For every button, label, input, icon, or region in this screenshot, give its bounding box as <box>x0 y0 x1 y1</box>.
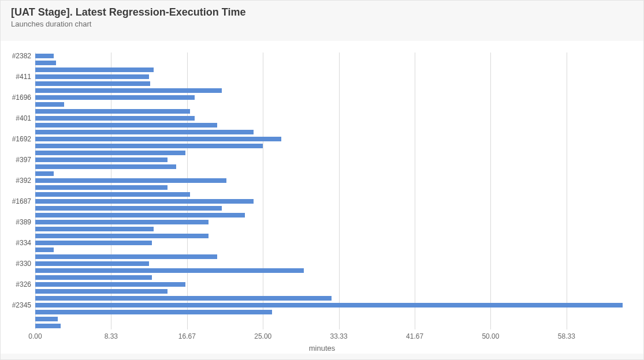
bar[interactable] <box>35 81 150 85</box>
x-tick-label: 58.33 <box>558 332 575 340</box>
bar[interactable] <box>35 234 209 238</box>
bar[interactable] <box>35 164 176 168</box>
bar[interactable] <box>35 254 217 258</box>
bar[interactable] <box>35 303 623 307</box>
bar[interactable] <box>35 95 195 99</box>
gridline <box>111 52 111 329</box>
bar[interactable] <box>35 123 217 127</box>
bar[interactable] <box>35 185 167 189</box>
bar[interactable] <box>35 268 304 272</box>
gridline <box>35 52 36 329</box>
bar[interactable] <box>35 317 58 321</box>
y-tick-label: #326 <box>16 280 31 288</box>
x-tick-label: 33.33 <box>330 332 348 340</box>
bar[interactable] <box>35 282 185 286</box>
y-tick-label: #2345 <box>12 301 31 309</box>
bar[interactable] <box>35 296 332 300</box>
bar[interactable] <box>35 102 64 106</box>
gridline <box>263 52 263 329</box>
y-tick-label: #401 <box>16 114 31 122</box>
gridline <box>490 52 491 329</box>
plot-area <box>35 52 627 329</box>
bar[interactable] <box>35 144 263 148</box>
y-tick-label: #1696 <box>12 93 31 102</box>
bar[interactable] <box>35 227 154 231</box>
y-tick-label: #397 <box>16 156 31 164</box>
bar[interactable] <box>35 220 209 224</box>
y-tick-label: #1692 <box>12 135 31 143</box>
bar[interactable] <box>35 213 245 217</box>
bar[interactable] <box>35 247 54 252</box>
bar[interactable] <box>35 289 167 293</box>
x-tick-label: 50.00 <box>482 332 499 340</box>
x-tick-label: 25.00 <box>254 332 271 340</box>
y-tick-label: #2382 <box>12 52 31 60</box>
bar[interactable] <box>35 137 281 141</box>
panel-title: [UAT Stage]. Latest Regression-Execution… <box>11 6 633 18</box>
bar[interactable] <box>35 324 61 328</box>
bar[interactable] <box>35 109 190 113</box>
x-tick-label: 16.67 <box>178 332 196 340</box>
y-tick-label: #392 <box>16 177 31 185</box>
chart-panel: [UAT Stage]. Latest Regression-Execution… <box>0 0 644 360</box>
gridline <box>567 52 567 329</box>
y-tick-label: #330 <box>16 260 31 268</box>
bar[interactable] <box>35 74 149 78</box>
x-tick-label: 41.67 <box>406 332 423 340</box>
bar[interactable] <box>35 171 54 175</box>
bar[interactable] <box>35 151 185 155</box>
x-axis-title: minutes <box>309 344 336 352</box>
bar[interactable] <box>35 116 195 120</box>
bar[interactable] <box>35 130 254 134</box>
x-tick-label: 0.00 <box>28 332 42 340</box>
y-tick-label: #334 <box>16 239 31 247</box>
y-tick-label: #1687 <box>12 197 31 205</box>
bar[interactable] <box>35 275 152 279</box>
chart-area: minutes 0.008.3316.6725.0033.3341.6750.0… <box>1 41 643 354</box>
bar[interactable] <box>35 54 54 58</box>
bar[interactable] <box>35 261 149 265</box>
bar[interactable] <box>35 88 222 92</box>
bar[interactable] <box>35 61 56 65</box>
gridline <box>415 52 415 329</box>
gridline <box>339 52 340 329</box>
panel-header: [UAT Stage]. Latest Regression-Execution… <box>1 1 643 32</box>
y-tick-label: #411 <box>16 73 31 81</box>
gridline <box>187 52 188 329</box>
bar[interactable] <box>35 68 154 72</box>
bar[interactable] <box>35 158 167 162</box>
bar[interactable] <box>35 178 226 182</box>
bar[interactable] <box>35 241 152 245</box>
x-tick-label: 8.33 <box>105 332 118 340</box>
panel-subtitle: Launches duration chart <box>11 20 633 28</box>
bar[interactable] <box>35 199 254 203</box>
bar[interactable] <box>35 192 190 196</box>
y-tick-label: #389 <box>16 218 31 226</box>
bar[interactable] <box>35 310 272 314</box>
bar[interactable] <box>35 206 222 210</box>
